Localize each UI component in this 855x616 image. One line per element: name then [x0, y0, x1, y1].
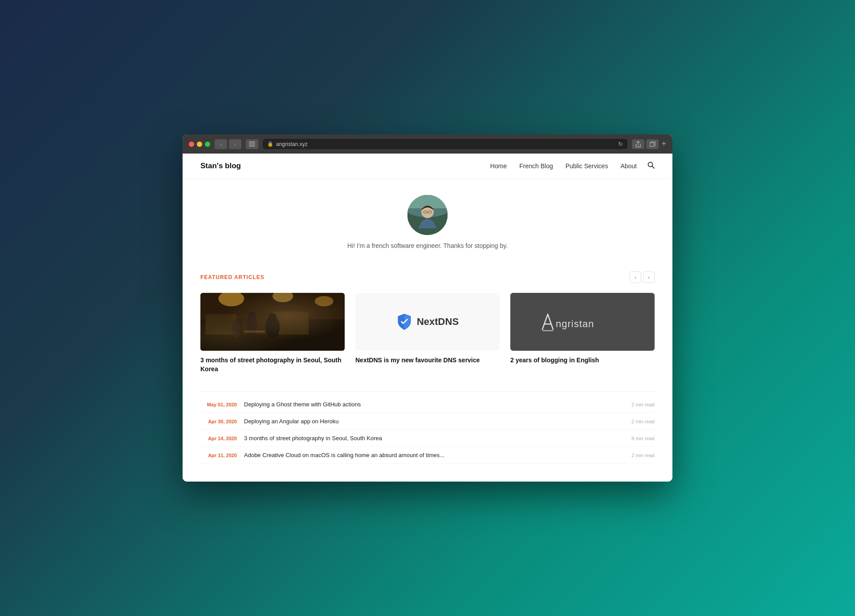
browser-actions: + — [632, 139, 666, 149]
angristan-image: ngristan — [510, 293, 655, 351]
svg-line-5 — [652, 166, 655, 169]
featured-header: FEATURED ARTICLES ‹ › — [200, 272, 655, 283]
avatar — [407, 195, 448, 235]
svg-rect-22 — [273, 312, 309, 335]
svg-rect-16 — [200, 319, 345, 351]
sidebar-toggle[interactable] — [246, 139, 258, 149]
article-list-title-2[interactable]: Deploying an Angular app on Heroku — [244, 418, 621, 425]
site-logo[interactable]: Stan's blog — [200, 162, 241, 170]
svg-rect-28 — [244, 331, 265, 333]
articles-list: May 01, 2020 Deploying a Ghost theme wit… — [200, 391, 655, 464]
back-button[interactable]: ‹ — [215, 139, 227, 149]
list-item-3: Apr 14, 2020 3 months of street photogra… — [200, 430, 655, 447]
article-read-time-2: 2 min read — [628, 419, 655, 424]
svg-rect-1 — [249, 144, 255, 145]
svg-text:ngristan: ngristan — [556, 318, 594, 329]
article-date-2: Apr 30, 2020 — [200, 419, 237, 424]
forward-button[interactable]: › — [229, 139, 241, 149]
nav-home[interactable]: Home — [490, 162, 507, 170]
article-list-title-1[interactable]: Deploying a Ghost theme with GitHub acti… — [244, 401, 621, 408]
article-read-time-4: 2 min read — [628, 453, 655, 458]
add-tab-button[interactable]: + — [661, 139, 666, 149]
list-item-2: Apr 30, 2020 Deploying an Angular app on… — [200, 413, 655, 430]
traffic-lights — [189, 142, 210, 147]
svg-point-24 — [248, 312, 256, 319]
svg-point-25 — [265, 316, 280, 338]
svg-rect-15 — [200, 293, 345, 351]
nav-french-blog[interactable]: French Blog — [519, 162, 553, 170]
url-bar[interactable]: 🔒 angristan.xyz ↻ — [263, 139, 627, 149]
list-item-4: Apr 11, 2020 Adobe Creative Cloud on mac… — [200, 447, 655, 464]
svg-point-19 — [315, 296, 334, 306]
nav-about[interactable]: About — [620, 162, 637, 170]
featured-article-title-3: 2 years of blogging in English — [510, 356, 655, 365]
article-list-title-4[interactable]: Adobe Creative Cloud on macOS is calling… — [244, 452, 621, 458]
featured-article-1[interactable]: 3 months of street photography in Seoul,… — [200, 293, 345, 373]
featured-articles-grid: 3 months of street photography in Seoul,… — [200, 293, 655, 373]
hero-section: Hi! I'm a french software engineer. Than… — [183, 179, 672, 258]
lock-icon: 🔒 — [267, 141, 273, 147]
hero-description: Hi! I'm a french software engineer. Than… — [347, 242, 508, 249]
svg-point-26 — [269, 313, 277, 321]
site-nav: Stan's blog Home French Blog Public Serv… — [183, 154, 672, 179]
article-thumb-2: NextDNS — [355, 293, 500, 351]
featured-article-title-1: 3 months of street photography in Seoul,… — [200, 356, 345, 373]
maximize-button[interactable] — [205, 142, 210, 147]
article-read-time-3: 8 min read — [628, 436, 655, 441]
close-button[interactable] — [189, 142, 194, 147]
share-button[interactable] — [632, 139, 644, 149]
angristan-logo-svg: ngristan — [538, 311, 627, 333]
carousel-next-button[interactable]: › — [643, 272, 655, 283]
new-window-button[interactable] — [646, 139, 659, 149]
article-thumb-1 — [200, 293, 345, 351]
article-read-time-1: 2 min read — [628, 402, 655, 407]
nav-public-services[interactable]: Public Services — [566, 162, 608, 170]
svg-rect-21 — [242, 316, 268, 335]
nextdns-text: NextDNS — [417, 316, 459, 328]
svg-point-27 — [232, 319, 241, 338]
street-photo-image — [200, 293, 345, 351]
article-date-4: Apr 11, 2020 — [200, 453, 237, 458]
svg-rect-0 — [249, 142, 255, 142]
featured-article-title-2: NextDNS is my new favourite DNS service — [355, 356, 500, 365]
minimize-button[interactable] — [197, 142, 202, 147]
article-list-title-3[interactable]: 3 months of street photography in Seoul,… — [244, 435, 621, 442]
nav-links: Home French Blog Public Services About — [490, 162, 637, 170]
svg-point-18 — [273, 293, 293, 302]
svg-rect-2 — [249, 146, 255, 146]
featured-section: FEATURED ARTICLES ‹ › — [183, 258, 672, 477]
article-thumb-3: ngristan — [510, 293, 655, 351]
browser-chrome: ‹ › 🔒 angristan.xyz ↻ + — [183, 134, 672, 154]
site-content: Stan's blog Home French Blog Public Serv… — [183, 154, 672, 482]
avatar-image — [407, 195, 448, 235]
browser-window: ‹ › 🔒 angristan.xyz ↻ + Stan's blog Home — [183, 134, 672, 482]
article-date-1: May 01, 2020 — [200, 402, 237, 407]
svg-point-23 — [247, 312, 257, 337]
nextdns-image: NextDNS — [355, 293, 500, 351]
featured-article-3[interactable]: ngristan 2 years of blogging in English — [510, 293, 655, 373]
search-button[interactable] — [647, 162, 655, 170]
list-item-1: May 01, 2020 Deploying a Ghost theme wit… — [200, 396, 655, 413]
reload-button[interactable]: ↻ — [618, 141, 623, 147]
carousel-controls: ‹ › — [630, 272, 655, 283]
svg-rect-3 — [650, 142, 654, 146]
featured-article-2[interactable]: NextDNS NextDNS is my new favourite DNS … — [355, 293, 500, 373]
nextdns-shield-icon — [396, 313, 412, 331]
nav-buttons: ‹ › — [215, 139, 241, 149]
featured-title: FEATURED ARTICLES — [200, 274, 630, 280]
svg-point-17 — [219, 293, 244, 306]
article-date-3: Apr 14, 2020 — [200, 436, 237, 441]
url-text: angristan.xyz — [276, 141, 308, 147]
svg-rect-20 — [206, 314, 236, 335]
carousel-prev-button[interactable]: ‹ — [630, 272, 641, 283]
